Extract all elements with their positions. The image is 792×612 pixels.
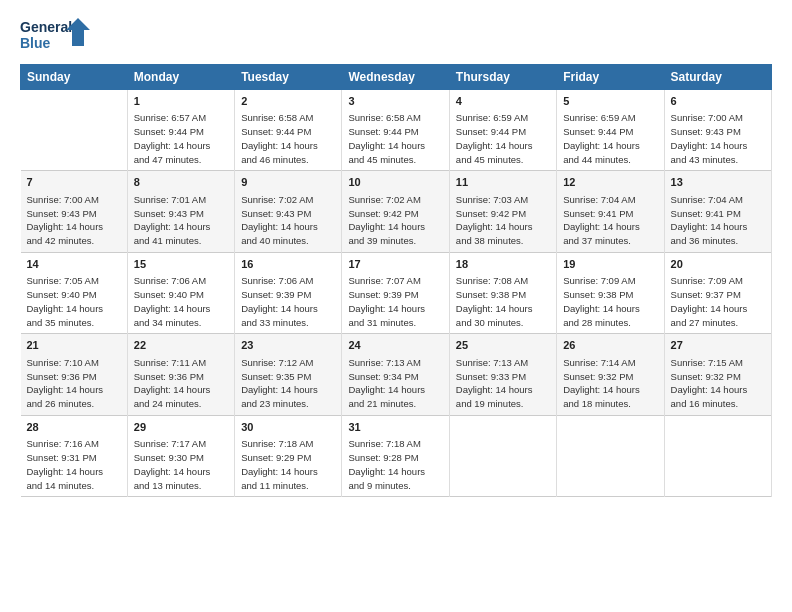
day-number: 19 xyxy=(563,257,657,272)
calendar-cell xyxy=(449,415,556,496)
day-number: 26 xyxy=(563,338,657,353)
calendar-cell: 18Sunrise: 7:08 AM Sunset: 9:38 PM Dayli… xyxy=(449,252,556,333)
header-row: SundayMondayTuesdayWednesdayThursdayFrid… xyxy=(21,65,772,90)
day-number: 2 xyxy=(241,94,335,109)
cell-content: Sunrise: 7:13 AM Sunset: 9:33 PM Dayligh… xyxy=(456,356,550,411)
calendar-cell: 17Sunrise: 7:07 AM Sunset: 9:39 PM Dayli… xyxy=(342,252,449,333)
day-number: 21 xyxy=(27,338,121,353)
logo-svg: General Blue xyxy=(20,16,90,56)
cell-content: Sunrise: 7:09 AM Sunset: 9:37 PM Dayligh… xyxy=(671,274,765,329)
day-number: 14 xyxy=(27,257,121,272)
cell-content: Sunrise: 7:18 AM Sunset: 9:28 PM Dayligh… xyxy=(348,437,442,492)
calendar-cell: 14Sunrise: 7:05 AM Sunset: 9:40 PM Dayli… xyxy=(21,252,128,333)
day-number: 9 xyxy=(241,175,335,190)
col-header-tuesday: Tuesday xyxy=(235,65,342,90)
day-number: 1 xyxy=(134,94,228,109)
day-number: 31 xyxy=(348,420,442,435)
col-header-thursday: Thursday xyxy=(449,65,556,90)
day-number: 30 xyxy=(241,420,335,435)
day-number: 11 xyxy=(456,175,550,190)
cell-content: Sunrise: 7:02 AM Sunset: 9:42 PM Dayligh… xyxy=(348,193,442,248)
cell-content: Sunrise: 7:18 AM Sunset: 9:29 PM Dayligh… xyxy=(241,437,335,492)
calendar-cell xyxy=(664,415,771,496)
day-number: 29 xyxy=(134,420,228,435)
day-number: 8 xyxy=(134,175,228,190)
calendar-cell: 10Sunrise: 7:02 AM Sunset: 9:42 PM Dayli… xyxy=(342,171,449,252)
cell-content: Sunrise: 7:00 AM Sunset: 9:43 PM Dayligh… xyxy=(27,193,121,248)
calendar-cell: 13Sunrise: 7:04 AM Sunset: 9:41 PM Dayli… xyxy=(664,171,771,252)
calendar-row: 7Sunrise: 7:00 AM Sunset: 9:43 PM Daylig… xyxy=(21,171,772,252)
cell-content: Sunrise: 6:59 AM Sunset: 9:44 PM Dayligh… xyxy=(456,111,550,166)
day-number: 17 xyxy=(348,257,442,272)
cell-content: Sunrise: 7:05 AM Sunset: 9:40 PM Dayligh… xyxy=(27,274,121,329)
calendar-cell: 19Sunrise: 7:09 AM Sunset: 9:38 PM Dayli… xyxy=(557,252,664,333)
calendar-cell: 2Sunrise: 6:58 AM Sunset: 9:44 PM Daylig… xyxy=(235,90,342,171)
day-number: 16 xyxy=(241,257,335,272)
logo: General Blue xyxy=(20,16,90,56)
cell-content: Sunrise: 7:12 AM Sunset: 9:35 PM Dayligh… xyxy=(241,356,335,411)
calendar-cell: 4Sunrise: 6:59 AM Sunset: 9:44 PM Daylig… xyxy=(449,90,556,171)
day-number: 24 xyxy=(348,338,442,353)
calendar-cell: 21Sunrise: 7:10 AM Sunset: 9:36 PM Dayli… xyxy=(21,334,128,415)
calendar-cell: 20Sunrise: 7:09 AM Sunset: 9:37 PM Dayli… xyxy=(664,252,771,333)
calendar-cell: 8Sunrise: 7:01 AM Sunset: 9:43 PM Daylig… xyxy=(127,171,234,252)
day-number: 13 xyxy=(671,175,765,190)
calendar-cell: 11Sunrise: 7:03 AM Sunset: 9:42 PM Dayli… xyxy=(449,171,556,252)
calendar-row: 14Sunrise: 7:05 AM Sunset: 9:40 PM Dayli… xyxy=(21,252,772,333)
cell-content: Sunrise: 7:14 AM Sunset: 9:32 PM Dayligh… xyxy=(563,356,657,411)
col-header-saturday: Saturday xyxy=(664,65,771,90)
svg-text:Blue: Blue xyxy=(20,35,51,51)
cell-content: Sunrise: 7:11 AM Sunset: 9:36 PM Dayligh… xyxy=(134,356,228,411)
cell-content: Sunrise: 7:17 AM Sunset: 9:30 PM Dayligh… xyxy=(134,437,228,492)
cell-content: Sunrise: 7:16 AM Sunset: 9:31 PM Dayligh… xyxy=(27,437,121,492)
day-number: 12 xyxy=(563,175,657,190)
cell-content: Sunrise: 7:08 AM Sunset: 9:38 PM Dayligh… xyxy=(456,274,550,329)
cell-content: Sunrise: 7:04 AM Sunset: 9:41 PM Dayligh… xyxy=(563,193,657,248)
cell-content: Sunrise: 7:13 AM Sunset: 9:34 PM Dayligh… xyxy=(348,356,442,411)
cell-content: Sunrise: 6:59 AM Sunset: 9:44 PM Dayligh… xyxy=(563,111,657,166)
day-number: 7 xyxy=(27,175,121,190)
cell-content: Sunrise: 7:07 AM Sunset: 9:39 PM Dayligh… xyxy=(348,274,442,329)
svg-text:General: General xyxy=(20,19,72,35)
calendar-row: 28Sunrise: 7:16 AM Sunset: 9:31 PM Dayli… xyxy=(21,415,772,496)
calendar-cell: 3Sunrise: 6:58 AM Sunset: 9:44 PM Daylig… xyxy=(342,90,449,171)
calendar-cell: 6Sunrise: 7:00 AM Sunset: 9:43 PM Daylig… xyxy=(664,90,771,171)
calendar-cell: 7Sunrise: 7:00 AM Sunset: 9:43 PM Daylig… xyxy=(21,171,128,252)
calendar-cell: 31Sunrise: 7:18 AM Sunset: 9:28 PM Dayli… xyxy=(342,415,449,496)
day-number: 4 xyxy=(456,94,550,109)
cell-content: Sunrise: 6:58 AM Sunset: 9:44 PM Dayligh… xyxy=(241,111,335,166)
cell-content: Sunrise: 7:06 AM Sunset: 9:40 PM Dayligh… xyxy=(134,274,228,329)
calendar-cell: 5Sunrise: 6:59 AM Sunset: 9:44 PM Daylig… xyxy=(557,90,664,171)
col-header-monday: Monday xyxy=(127,65,234,90)
calendar-cell: 26Sunrise: 7:14 AM Sunset: 9:32 PM Dayli… xyxy=(557,334,664,415)
cell-content: Sunrise: 7:02 AM Sunset: 9:43 PM Dayligh… xyxy=(241,193,335,248)
calendar-cell xyxy=(557,415,664,496)
calendar-cell: 9Sunrise: 7:02 AM Sunset: 9:43 PM Daylig… xyxy=(235,171,342,252)
col-header-wednesday: Wednesday xyxy=(342,65,449,90)
cell-content: Sunrise: 6:58 AM Sunset: 9:44 PM Dayligh… xyxy=(348,111,442,166)
calendar-row: 1Sunrise: 6:57 AM Sunset: 9:44 PM Daylig… xyxy=(21,90,772,171)
calendar-cell: 16Sunrise: 7:06 AM Sunset: 9:39 PM Dayli… xyxy=(235,252,342,333)
calendar-table: SundayMondayTuesdayWednesdayThursdayFrid… xyxy=(20,64,772,497)
day-number: 6 xyxy=(671,94,765,109)
day-number: 5 xyxy=(563,94,657,109)
cell-content: Sunrise: 7:15 AM Sunset: 9:32 PM Dayligh… xyxy=(671,356,765,411)
cell-content: Sunrise: 6:57 AM Sunset: 9:44 PM Dayligh… xyxy=(134,111,228,166)
cell-content: Sunrise: 7:06 AM Sunset: 9:39 PM Dayligh… xyxy=(241,274,335,329)
cell-content: Sunrise: 7:09 AM Sunset: 9:38 PM Dayligh… xyxy=(563,274,657,329)
calendar-cell: 28Sunrise: 7:16 AM Sunset: 9:31 PM Dayli… xyxy=(21,415,128,496)
day-number: 3 xyxy=(348,94,442,109)
day-number: 20 xyxy=(671,257,765,272)
cell-content: Sunrise: 7:03 AM Sunset: 9:42 PM Dayligh… xyxy=(456,193,550,248)
day-number: 10 xyxy=(348,175,442,190)
cell-content: Sunrise: 7:04 AM Sunset: 9:41 PM Dayligh… xyxy=(671,193,765,248)
day-number: 18 xyxy=(456,257,550,272)
calendar-cell: 15Sunrise: 7:06 AM Sunset: 9:40 PM Dayli… xyxy=(127,252,234,333)
calendar-row: 21Sunrise: 7:10 AM Sunset: 9:36 PM Dayli… xyxy=(21,334,772,415)
calendar-cell: 22Sunrise: 7:11 AM Sunset: 9:36 PM Dayli… xyxy=(127,334,234,415)
page-header: General Blue xyxy=(20,16,772,56)
day-number: 28 xyxy=(27,420,121,435)
calendar-cell: 29Sunrise: 7:17 AM Sunset: 9:30 PM Dayli… xyxy=(127,415,234,496)
calendar-cell xyxy=(21,90,128,171)
day-number: 22 xyxy=(134,338,228,353)
